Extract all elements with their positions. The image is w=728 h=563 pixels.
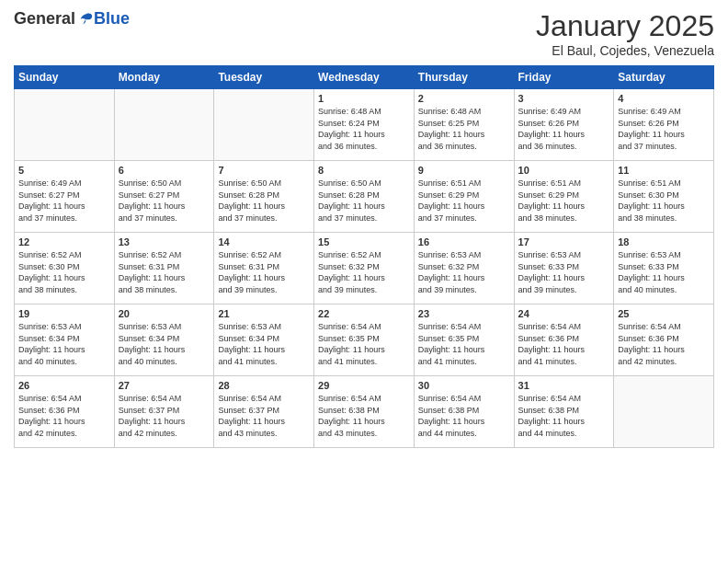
day-info: Sunrise: 6:53 AM Sunset: 6:34 PM Dayligh… [18,321,110,367]
day-number: 31 [518,380,610,391]
calendar-day-cell [15,89,115,161]
calendar-week-row: 12Sunrise: 6:52 AM Sunset: 6:30 PM Dayli… [15,233,714,304]
calendar-day-cell: 14Sunrise: 6:52 AM Sunset: 6:31 PM Dayli… [214,233,314,304]
day-number: 9 [418,165,510,176]
calendar-day-cell: 17Sunrise: 6:53 AM Sunset: 6:33 PM Dayli… [514,233,614,304]
calendar-day-cell: 20Sunrise: 6:53 AM Sunset: 6:34 PM Dayli… [114,304,214,376]
calendar-day-cell: 23Sunrise: 6:54 AM Sunset: 6:35 PM Dayli… [414,304,514,376]
calendar-day-cell: 5Sunrise: 6:49 AM Sunset: 6:27 PM Daylig… [15,161,115,233]
calendar-table: SundayMondayTuesdayWednesdayThursdayFrid… [14,65,714,448]
day-number: 14 [218,236,310,247]
calendar-day-cell: 21Sunrise: 6:53 AM Sunset: 6:34 PM Dayli… [214,304,314,376]
day-info: Sunrise: 6:54 AM Sunset: 6:38 PM Dayligh… [518,393,610,439]
day-number: 4 [618,93,710,104]
calendar-day-cell: 12Sunrise: 6:52 AM Sunset: 6:30 PM Dayli… [15,233,115,304]
day-number: 5 [18,165,110,176]
day-info: Sunrise: 6:48 AM Sunset: 6:25 PM Dayligh… [418,106,510,152]
day-number: 17 [518,236,610,247]
calendar-day-cell: 18Sunrise: 6:53 AM Sunset: 6:33 PM Dayli… [614,233,714,304]
day-info: Sunrise: 6:48 AM Sunset: 6:24 PM Dayligh… [318,106,410,152]
calendar-day-cell: 22Sunrise: 6:54 AM Sunset: 6:35 PM Dayli… [314,304,415,376]
calendar-day-cell: 31Sunrise: 6:54 AM Sunset: 6:38 PM Dayli… [514,376,614,448]
calendar-day-cell: 10Sunrise: 6:51 AM Sunset: 6:29 PM Dayli… [514,161,614,233]
weekday-header: Tuesday [214,66,314,89]
calendar-day-cell: 26Sunrise: 6:54 AM Sunset: 6:36 PM Dayli… [15,376,115,448]
day-number: 7 [218,165,310,176]
day-info: Sunrise: 6:50 AM Sunset: 6:27 PM Dayligh… [119,178,210,224]
day-number: 19 [18,308,110,319]
calendar-day-cell: 15Sunrise: 6:52 AM Sunset: 6:32 PM Dayli… [314,233,415,304]
day-number: 15 [318,236,410,247]
calendar-day-cell: 24Sunrise: 6:54 AM Sunset: 6:36 PM Dayli… [514,304,614,376]
calendar-week-row: 19Sunrise: 6:53 AM Sunset: 6:34 PM Dayli… [15,304,714,376]
day-number: 11 [618,165,710,176]
day-number: 6 [119,165,210,176]
day-number: 24 [518,308,610,319]
calendar-day-cell [614,376,714,448]
day-number: 21 [218,308,310,319]
day-number: 18 [618,236,710,247]
day-number: 3 [518,93,610,104]
day-info: Sunrise: 6:49 AM Sunset: 6:27 PM Dayligh… [18,178,110,224]
day-number: 12 [18,236,110,247]
calendar-week-row: 5Sunrise: 6:49 AM Sunset: 6:27 PM Daylig… [15,161,714,233]
day-info: Sunrise: 6:54 AM Sunset: 6:37 PM Dayligh… [218,393,310,439]
day-number: 27 [119,380,210,391]
logo: General Blue [14,9,130,29]
logo-text: General Blue [14,9,130,29]
day-number: 20 [119,308,210,319]
day-info: Sunrise: 6:49 AM Sunset: 6:26 PM Dayligh… [518,106,610,152]
calendar-day-cell: 30Sunrise: 6:54 AM Sunset: 6:38 PM Dayli… [414,376,514,448]
day-info: Sunrise: 6:53 AM Sunset: 6:32 PM Dayligh… [418,249,510,295]
day-number: 16 [418,236,510,247]
day-info: Sunrise: 6:52 AM Sunset: 6:31 PM Dayligh… [218,249,310,295]
calendar-week-row: 1Sunrise: 6:48 AM Sunset: 6:24 PM Daylig… [15,89,714,161]
calendar-day-cell: 29Sunrise: 6:54 AM Sunset: 6:38 PM Dayli… [314,376,415,448]
calendar-day-cell: 25Sunrise: 6:54 AM Sunset: 6:36 PM Dayli… [614,304,714,376]
calendar-day-cell: 4Sunrise: 6:49 AM Sunset: 6:26 PM Daylig… [614,89,714,161]
weekday-header-row: SundayMondayTuesdayWednesdayThursdayFrid… [15,66,714,89]
day-info: Sunrise: 6:53 AM Sunset: 6:33 PM Dayligh… [518,249,610,295]
day-number: 10 [518,165,610,176]
calendar-week-row: 26Sunrise: 6:54 AM Sunset: 6:36 PM Dayli… [15,376,714,448]
calendar-day-cell: 2Sunrise: 6:48 AM Sunset: 6:25 PM Daylig… [414,89,514,161]
logo-blue: Blue [94,9,130,29]
day-info: Sunrise: 6:51 AM Sunset: 6:29 PM Dayligh… [518,178,610,224]
calendar-day-cell: 8Sunrise: 6:50 AM Sunset: 6:28 PM Daylig… [314,161,415,233]
weekday-header: Saturday [614,66,714,89]
day-info: Sunrise: 6:51 AM Sunset: 6:29 PM Dayligh… [418,178,510,224]
day-info: Sunrise: 6:52 AM Sunset: 6:32 PM Dayligh… [318,249,410,295]
day-info: Sunrise: 6:53 AM Sunset: 6:34 PM Dayligh… [218,321,310,367]
calendar-title: January 2025 [536,9,714,43]
weekday-header: Sunday [15,66,115,89]
day-info: Sunrise: 6:49 AM Sunset: 6:26 PM Dayligh… [618,106,710,152]
calendar-day-cell: 3Sunrise: 6:49 AM Sunset: 6:26 PM Daylig… [514,89,614,161]
day-info: Sunrise: 6:51 AM Sunset: 6:30 PM Dayligh… [618,178,710,224]
weekday-header: Friday [514,66,614,89]
calendar-day-cell: 27Sunrise: 6:54 AM Sunset: 6:37 PM Dayli… [114,376,214,448]
day-number: 25 [618,308,710,319]
calendar-day-cell: 6Sunrise: 6:50 AM Sunset: 6:27 PM Daylig… [114,161,214,233]
day-number: 2 [418,93,510,104]
day-number: 28 [218,380,310,391]
day-info: Sunrise: 6:54 AM Sunset: 6:38 PM Dayligh… [318,393,410,439]
day-number: 1 [318,93,410,104]
calendar-day-cell [214,89,314,161]
day-info: Sunrise: 6:50 AM Sunset: 6:28 PM Dayligh… [318,178,410,224]
day-number: 26 [18,380,110,391]
calendar-subtitle: El Baul, Cojedes, Venezuela [536,43,714,58]
page: General Blue January 2025 El Baul, Cojed… [0,0,728,563]
weekday-header: Wednesday [314,66,415,89]
weekday-header: Thursday [414,66,514,89]
day-info: Sunrise: 6:54 AM Sunset: 6:37 PM Dayligh… [119,393,210,439]
day-info: Sunrise: 6:54 AM Sunset: 6:35 PM Dayligh… [418,321,510,367]
calendar-day-cell: 13Sunrise: 6:52 AM Sunset: 6:31 PM Dayli… [114,233,214,304]
calendar-day-cell: 1Sunrise: 6:48 AM Sunset: 6:24 PM Daylig… [314,89,415,161]
day-info: Sunrise: 6:54 AM Sunset: 6:38 PM Dayligh… [418,393,510,439]
day-number: 22 [318,308,410,319]
calendar-day-cell: 9Sunrise: 6:51 AM Sunset: 6:29 PM Daylig… [414,161,514,233]
day-info: Sunrise: 6:54 AM Sunset: 6:36 PM Dayligh… [18,393,110,439]
day-info: Sunrise: 6:53 AM Sunset: 6:34 PM Dayligh… [119,321,210,367]
logo-bird-icon [77,11,94,28]
weekday-header: Monday [114,66,214,89]
